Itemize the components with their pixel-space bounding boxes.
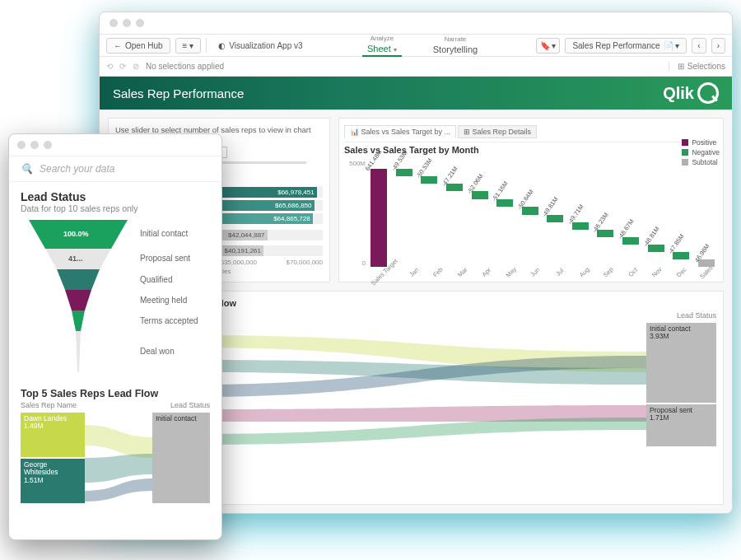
- bar-value: $40,191,261: [225, 245, 262, 256]
- waterfall-bar: -50.64M: [518, 160, 542, 267]
- close-dot[interactable]: [110, 19, 118, 27]
- bookmark-button[interactable]: 🔖 ▾: [536, 38, 561, 54]
- minimize-dot[interactable]: [30, 141, 39, 149]
- bar-value: $42,044,887: [228, 230, 265, 240]
- clear-selection-icon[interactable]: ⊘: [133, 62, 139, 71]
- selections-icon: ⊞: [678, 62, 684, 71]
- wf-bar-fill: [496, 199, 513, 208]
- waterfall-bar: -47.21M: [443, 160, 467, 267]
- wf-bar-fill: [446, 184, 463, 191]
- search-bar[interactable]: 🔍 Search your data: [9, 156, 221, 182]
- funnel-value-0: 100.0%: [63, 230, 89, 238]
- analyze-group[interactable]: Analyze Sheet ▾: [362, 35, 402, 57]
- bar-value: $65,686,850: [275, 200, 312, 211]
- waterfall-bar: 46.98M: [695, 160, 719, 267]
- y-tick: 0: [344, 259, 366, 267]
- waterfall-bar: 641.48M: [367, 160, 391, 267]
- wf-bar-fill: [622, 237, 639, 245]
- wf-bar-fill: [572, 222, 589, 230]
- sankey-source-node: Dawn Landes1.49M: [21, 413, 85, 457]
- wf-bar-fill: [421, 176, 437, 184]
- minimize-dot[interactable]: [123, 19, 131, 27]
- funnel-label: Deal won: [140, 348, 175, 356]
- maximize-dot[interactable]: [44, 141, 52, 149]
- list-menu-button[interactable]: ≡ ▾: [175, 38, 202, 54]
- mobile-window-controls: [9, 134, 221, 156]
- bar-value: $66,978,451: [277, 187, 315, 198]
- selections-bar: ⟲ ⟳ ⊘ No selections applied ⊞ Selections: [100, 57, 732, 77]
- storytelling-tab[interactable]: Storytelling: [428, 43, 482, 56]
- next-sheet-button[interactable]: ›: [711, 38, 725, 54]
- waterfall-x-axis: Sales TargetJanFebMarAprMayJunJulAugSepO…: [344, 268, 718, 276]
- waterfall-bar: -52.06M: [468, 160, 492, 267]
- chart-tabs: 📊 Sales vs Sales Target by ... ⊞ Sales R…: [344, 124, 718, 142]
- close-dot[interactable]: [17, 141, 26, 149]
- wf-bar-fill: [547, 215, 563, 222]
- wf-bar-fill: [370, 169, 387, 267]
- sankey-source-node: George Whitesides1.51M: [21, 459, 85, 503]
- waterfall-bar: -46.23M: [594, 160, 618, 267]
- qlik-q-icon: [697, 82, 719, 104]
- waterfall-bar: -51.16M: [493, 160, 517, 267]
- waterfall-bar: -48.81M: [644, 160, 668, 267]
- waterfall-bar: -47.85M: [669, 160, 693, 267]
- sankey-target-node: Initial contact: [152, 413, 210, 503]
- tab-sales-rep-details[interactable]: ⊞ Sales Rep Details: [458, 125, 537, 138]
- fwd-selection-icon[interactable]: ⟳: [119, 62, 126, 71]
- bar-value: $64,865,728: [273, 213, 310, 224]
- page-title-bar: Sales Rep Performance Qlik: [100, 77, 732, 110]
- app-name: ◐ Visualization App v3: [212, 39, 309, 53]
- window-controls: [100, 12, 732, 34]
- mobile-sankey-flows: [85, 413, 152, 503]
- search-icon: 🔍: [21, 163, 33, 175]
- selections-label: Selections: [687, 62, 725, 71]
- mobile-sankey-left-header: Sales Rep Name: [21, 401, 77, 409]
- y-tick: 500M: [344, 160, 366, 167]
- mobile-sankey-target-nodes: Initial contact: [152, 413, 210, 503]
- mobile-sankey-header: Sales Rep Name Lead Status: [21, 401, 210, 409]
- narrate-group[interactable]: Narrate Storytelling: [428, 35, 482, 56]
- selections-button[interactable]: ⊞ Selections: [669, 62, 725, 71]
- sankey-target-node: Initial contact3.93M: [646, 323, 716, 403]
- search-placeholder: Search your data: [40, 163, 114, 175]
- funnel-label: Qualified: [140, 276, 172, 284]
- funnel-label: Terms accepted: [140, 317, 198, 325]
- lead-status-subtitle: Data for top 10 sales reps only: [21, 203, 210, 213]
- wf-bar-fill: [673, 252, 689, 259]
- sheet-select-label: Sales Rep Performance: [572, 41, 659, 50]
- svg-marker-5: [76, 331, 81, 372]
- top-toolbar: ← Open Hub ≡ ▾ ◐ Visualization App v3 An…: [100, 34, 732, 57]
- mobile-sankey-chart: Dawn Landes1.49MGeorge Whitesides1.51M I…: [21, 413, 210, 503]
- sankey-flows: [185, 323, 646, 446]
- wf-bar-fill: [396, 169, 412, 176]
- back-selection-icon[interactable]: ⟲: [106, 62, 113, 71]
- maximize-dot[interactable]: [136, 19, 144, 27]
- wf-bar-fill: [472, 191, 488, 199]
- app-name-label: Visualization App v3: [229, 41, 302, 50]
- narrate-caption: Narrate: [428, 35, 482, 43]
- sheet-selector[interactable]: Sales Rep Performance 📄 ▾: [565, 38, 687, 54]
- waterfall-bar: -49.53M: [393, 160, 417, 267]
- divider: [206, 38, 207, 53]
- funnel-chart: 100.0% 41... Initial contact Proposal se…: [21, 220, 210, 376]
- mobile-sankey-title: Top 5 Sales Reps Lead Flow: [21, 388, 210, 399]
- wf-bar-fill: [522, 207, 538, 214]
- waterfall-chart: 500M 0 641.48M -49.53M -50.53M -47.21M -…: [344, 160, 718, 267]
- open-hub-button[interactable]: ← Open Hub: [106, 38, 170, 54]
- page-title: Sales Rep Performance: [113, 86, 244, 100]
- prev-sheet-button[interactable]: ‹: [692, 38, 706, 54]
- mobile-body: Lead Status Data for top 10 sales reps o…: [9, 182, 221, 539]
- tab1-label: Sales vs Sales Target by ...: [361, 128, 450, 136]
- wf-bar-fill: [648, 245, 664, 252]
- brand-text: Qlik: [663, 84, 694, 103]
- tab-sales-vs-target[interactable]: 📊 Sales vs Sales Target by ...: [344, 125, 456, 138]
- waterfall-bar: -49.71M: [569, 160, 593, 267]
- sheet-tab[interactable]: Sheet ▾: [362, 42, 402, 57]
- axis-tick: $35,000,000: [220, 259, 257, 266]
- mobile-window: 🔍 Search your data Lead Status Data for …: [8, 133, 222, 540]
- funnel-label: Proposal sent: [140, 254, 190, 263]
- legend-swatch-negative: [682, 149, 688, 156]
- waterfall-bar: -48.67M: [619, 160, 643, 267]
- legend-swatch-positive: [682, 139, 688, 146]
- mobile-sankey-right-header: Lead Status: [170, 401, 210, 409]
